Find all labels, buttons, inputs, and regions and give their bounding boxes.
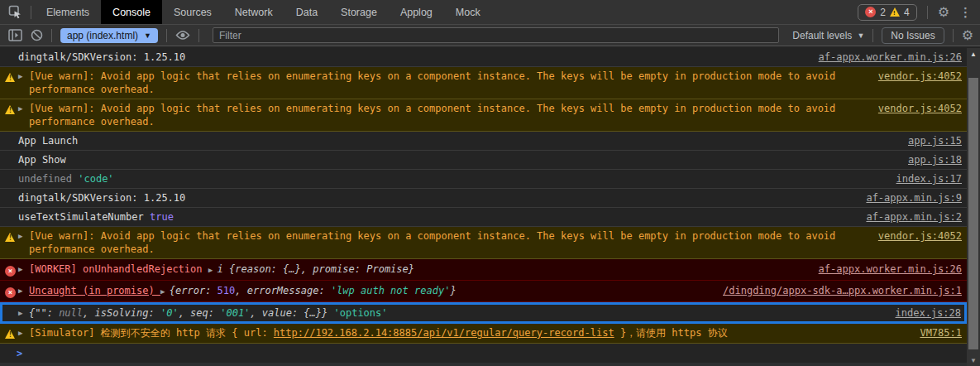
console-message-row: ▶{"": null, isSolving: '0', seq: '001', … bbox=[0, 302, 967, 324]
console-prompt[interactable]: > bbox=[0, 344, 967, 364]
divider bbox=[31, 6, 31, 19]
context-label: app (index.html) bbox=[67, 30, 138, 41]
message-text: dingtalk/SDKVersion: 1.25.10 bbox=[18, 191, 856, 205]
show-sidebar-icon[interactable] bbox=[8, 29, 22, 41]
message-text: {"": null, isSolving: '0', seq: '001', v… bbox=[29, 306, 886, 320]
prompt-chevron-icon: > bbox=[17, 347, 22, 360]
live-expression-eye-icon[interactable] bbox=[175, 30, 190, 41]
error-count: 2 bbox=[880, 7, 886, 18]
expand-arrow-icon[interactable]: ▶ bbox=[18, 229, 29, 243]
message-text: Uncaught (in promise) ▶ {error: 510, err… bbox=[29, 284, 713, 298]
warning-count: 4 bbox=[904, 7, 910, 18]
source-location-link[interactable]: app.js:15 bbox=[908, 134, 962, 147]
console-toolbar: app (index.html) ▼ Default levels ▼ No I… bbox=[0, 25, 980, 46]
more-options-icon[interactable]: ⋮ bbox=[959, 5, 972, 20]
tab-elements[interactable]: Elements bbox=[35, 0, 101, 24]
message-text: App Show bbox=[18, 153, 898, 166]
tab-console[interactable]: Console bbox=[101, 0, 162, 24]
warning-icon: ! bbox=[5, 326, 18, 340]
settings-gear-icon[interactable]: ⚙ bbox=[938, 6, 949, 19]
expand-arrow-icon[interactable]: ▶ bbox=[18, 70, 29, 83]
source-location-link[interactable]: app.js:18 bbox=[908, 153, 962, 166]
error-icon: × bbox=[5, 262, 18, 277]
divider bbox=[872, 29, 873, 42]
message-text: undefined 'code' bbox=[18, 172, 887, 185]
message-text: [Simulator] 检测到不安全的 http 请求 { url: http:… bbox=[29, 326, 910, 340]
icon-spacer bbox=[5, 51, 18, 51]
message-text: [Vue warn]: Avoid app logic that relies … bbox=[29, 229, 868, 256]
tab-applog[interactable]: Applog bbox=[389, 0, 444, 24]
warning-icon: ! bbox=[5, 229, 18, 243]
expand-arrow-icon[interactable]: ▶ bbox=[18, 306, 29, 320]
expand-arrow-icon[interactable]: ▶ bbox=[18, 102, 29, 115]
console-message-row: undefined 'code'index.js:17 bbox=[0, 170, 967, 189]
source-location-link[interactable]: vendor.js:4052 bbox=[878, 229, 962, 243]
source-location-link[interactable]: index.js:28 bbox=[896, 306, 961, 320]
tab-mock[interactable]: Mock bbox=[444, 0, 492, 24]
message-text: [Vue warn]: Avoid app logic that relies … bbox=[29, 70, 868, 96]
scroll-up-icon[interactable]: ▲ bbox=[967, 51, 980, 58]
source-location-link[interactable]: vendor.js:4052 bbox=[878, 70, 962, 83]
icon-spacer bbox=[5, 153, 18, 154]
console-message-row: !▶[Vue warn]: Avoid app logic that relie… bbox=[0, 99, 967, 132]
console-message-row: ×▶[WORKER] onUnhandledRejection ▶ i {rea… bbox=[0, 259, 967, 281]
scrollbar-thumb[interactable] bbox=[968, 78, 978, 349]
console-messages: dingtalk/SDKVersion: 1.25.10af-appx.work… bbox=[0, 48, 967, 366]
filter-input[interactable] bbox=[213, 27, 779, 43]
url-link[interactable]: http://192.168.2.14:8885/api/v1/regular/… bbox=[274, 327, 614, 339]
tabbar-right-controls: × 2 ! 4 ⚙ ⋮ bbox=[858, 0, 980, 24]
error-icon: × bbox=[5, 284, 18, 298]
tab-network[interactable]: Network bbox=[223, 0, 284, 24]
issues-badge[interactable]: × 2 ! 4 bbox=[858, 4, 916, 21]
source-location-link[interactable]: af-appx.min.js:9 bbox=[866, 191, 962, 205]
inspect-element-icon[interactable] bbox=[0, 0, 31, 24]
horizontal-scrollbar-track bbox=[0, 363, 967, 366]
chevron-down-icon: ▼ bbox=[144, 31, 151, 40]
message-text: dingtalk/SDKVersion: 1.25.10 bbox=[18, 51, 809, 64]
console-message-row: App Showapp.js:18 bbox=[0, 151, 967, 170]
toolbar-right-controls: Default levels ▼ No Issues ⚙ bbox=[792, 27, 973, 44]
log-levels-dropdown[interactable]: Default levels ▼ bbox=[792, 30, 864, 41]
console-message-row: dingtalk/SDKVersion: 1.25.10af-appx.min.… bbox=[0, 189, 967, 208]
devtools-window: ElementsConsoleSourcesNetworkDataStorage… bbox=[0, 0, 980, 366]
scroll-down-icon[interactable]: ▼ bbox=[967, 357, 980, 364]
tab-data[interactable]: Data bbox=[284, 0, 329, 24]
source-location-link[interactable]: vendor.js:4052 bbox=[878, 102, 962, 115]
warning-icon: ! bbox=[5, 70, 18, 84]
expand-arrow-icon[interactable]: ▶ bbox=[18, 284, 29, 297]
tab-storage[interactable]: Storage bbox=[329, 0, 389, 24]
source-location-link[interactable]: af-appx.worker.min.js:26 bbox=[819, 262, 962, 276]
console-settings-gear-icon[interactable]: ⚙ bbox=[962, 29, 973, 42]
console-message-row: useTextSimulateNumber trueaf-appx.min.js… bbox=[0, 208, 967, 227]
chevron-down-icon: ▼ bbox=[857, 31, 864, 40]
icon-spacer bbox=[5, 134, 18, 135]
message-text: [Vue warn]: Avoid app logic that relies … bbox=[29, 102, 868, 128]
source-location-link[interactable]: /dingding/appx-sdk-a…ppx.worker.min.js:1 bbox=[723, 284, 962, 297]
message-text: App Launch bbox=[18, 134, 898, 147]
divider bbox=[51, 29, 52, 42]
devtools-tabs: ElementsConsoleSourcesNetworkDataStorage… bbox=[35, 0, 492, 24]
expand-arrow-icon[interactable]: ▶ bbox=[18, 326, 29, 340]
warning-count-icon: ! bbox=[890, 7, 900, 17]
console-message-row: dingtalk/SDKVersion: 1.25.10af-appx.work… bbox=[0, 48, 967, 67]
source-location-link[interactable]: af-appx.min.js:2 bbox=[866, 210, 962, 224]
divider bbox=[166, 29, 167, 42]
source-location-link[interactable]: index.js:17 bbox=[896, 172, 962, 185]
console-message-row: !▶[Simulator] 检测到不安全的 http 请求 { url: htt… bbox=[0, 324, 967, 344]
icon-spacer bbox=[5, 191, 18, 192]
tab-sources[interactable]: Sources bbox=[162, 0, 223, 24]
clear-console-icon[interactable] bbox=[31, 29, 43, 41]
no-issues-button[interactable]: No Issues bbox=[882, 27, 944, 44]
source-location-link[interactable]: VM785:1 bbox=[920, 326, 962, 340]
vertical-scrollbar[interactable]: ▲ ▼ bbox=[967, 48, 980, 366]
source-location-link[interactable]: af-appx.worker.min.js:26 bbox=[819, 51, 962, 64]
icon-spacer bbox=[5, 210, 18, 211]
console-message-row: !▶[Vue warn]: Avoid app logic that relie… bbox=[0, 67, 967, 99]
icon-spacer bbox=[5, 172, 18, 173]
expand-arrow-icon[interactable]: ▶ bbox=[18, 262, 29, 276]
levels-label: Default levels bbox=[792, 30, 852, 41]
console-message-row: App Launchapp.js:15 bbox=[0, 132, 967, 151]
javascript-context-dropdown[interactable]: app (index.html) ▼ bbox=[60, 28, 158, 43]
divider bbox=[953, 29, 954, 42]
console-message-row: !▶[Vue warn]: Avoid app logic that relie… bbox=[0, 227, 967, 259]
